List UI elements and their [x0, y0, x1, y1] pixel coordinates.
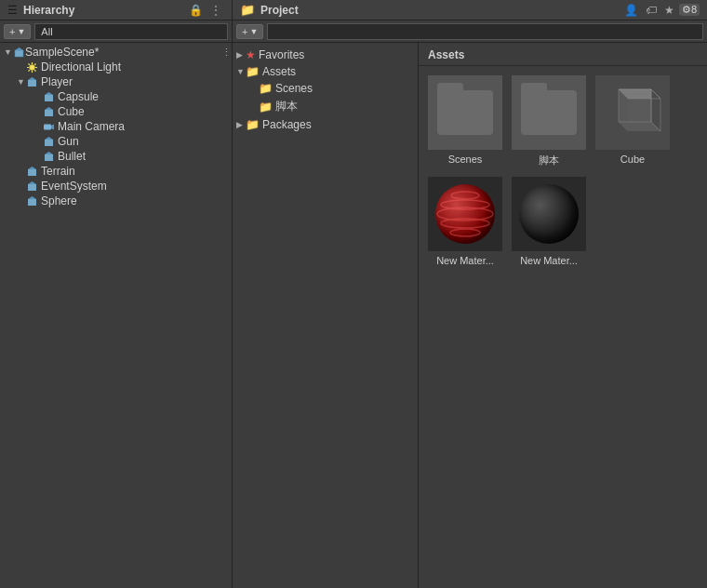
scene-expand-icon: ▼: [4, 47, 13, 57]
sphere-label: Sphere: [41, 194, 77, 207]
mat-red-label: New Mater...: [436, 255, 494, 266]
svg-point-3: [30, 64, 35, 70]
cube-icon: [43, 106, 55, 118]
svg-rect-18: [44, 124, 51, 129]
scene-menu[interactable]: ⋮: [221, 47, 232, 59]
project-content: ▶ ★ Favorites ▼ 📁 Assets 📁 Scenes: [233, 43, 707, 588]
svg-line-10: [34, 63, 35, 64]
assets-area: Assets Scenes 脚本: [419, 43, 707, 588]
directional-light-label: Directional Light: [41, 60, 121, 74]
tree-item-main-camera[interactable]: Main Camera: [0, 119, 232, 134]
svg-marker-15: [45, 92, 53, 95]
eventsystem-icon: [26, 180, 38, 193]
tree-scripts[interactable]: 📁 脚本: [233, 97, 418, 116]
asset-scripts[interactable]: 脚本: [512, 75, 586, 167]
project-tag-icon[interactable]: 🏷: [643, 3, 660, 18]
svg-rect-16: [45, 110, 53, 116]
svg-point-44: [451, 192, 479, 199]
mat-black-thumb: [512, 177, 586, 251]
svg-marker-17: [45, 107, 53, 110]
scripts-folder-shape: [521, 90, 577, 135]
eventsystem-label: EventSystem: [41, 180, 107, 193]
tree-item-bullet[interactable]: Bullet: [0, 149, 232, 164]
tree-item-directional-light[interactable]: Directional Light: [0, 60, 232, 74]
main-camera-label: Main Camera: [58, 120, 125, 133]
hierarchy-title: Hierarchy: [23, 4, 74, 17]
svg-marker-19: [51, 124, 54, 129]
gun-icon: [43, 136, 55, 148]
tree-item-player[interactable]: ▼ Player: [0, 74, 232, 89]
tree-item-cube[interactable]: Cube: [0, 104, 232, 119]
svg-line-11: [29, 70, 30, 71]
tree-item-capsule[interactable]: Capsule: [0, 89, 232, 104]
scenes-label: Scenes: [275, 82, 313, 95]
hierarchy-panel: ☰ Hierarchy 🔒 ⋮ + ▼ ▼: [0, 0, 233, 588]
scene-root[interactable]: ▼ SampleScene* ⋮: [0, 45, 232, 60]
capsule-icon: [43, 91, 55, 103]
tree-scenes[interactable]: 📁 Scenes: [233, 80, 418, 97]
svg-point-43: [450, 229, 480, 236]
favorites-label: Favorites: [259, 48, 304, 61]
sphere-icon: [26, 195, 38, 207]
scene-icon: [13, 47, 25, 59]
asset-cube[interactable]: Cube: [595, 75, 670, 167]
asset-scenes[interactable]: Scenes: [428, 75, 502, 167]
assets-grid: Scenes 脚本: [419, 66, 707, 275]
svg-marker-25: [28, 167, 36, 169]
cube-3d-svg: [600, 80, 665, 145]
hierarchy-add-button[interactable]: + ▼: [4, 24, 31, 39]
scenes-folder-icon: 📁: [259, 82, 273, 95]
hierarchy-lock-icon[interactable]: 🔒: [186, 3, 206, 18]
cube-label: Cube: [58, 105, 85, 118]
assets-folder-icon: 📁: [246, 65, 260, 78]
asset-mat-red[interactable]: New Mater...: [428, 177, 502, 266]
project-tree: ▶ ★ Favorites ▼ 📁 Assets 📁 Scenes: [233, 43, 419, 588]
tree-item-sphere[interactable]: Sphere: [0, 194, 232, 208]
cube-asset-label: Cube: [620, 154, 645, 165]
sphere-lines-svg: [435, 184, 495, 244]
scripts-thumb: [512, 75, 586, 150]
project-star-icon[interactable]: ★: [661, 3, 677, 18]
tree-item-gun[interactable]: Gun: [0, 134, 232, 149]
project-header: 📁 Project 👤 🏷 ★ ⚙8: [233, 0, 707, 20]
red-sphere-container: [435, 184, 495, 244]
mat-black-label: New Mater...: [520, 255, 578, 266]
project-add-button[interactable]: + ▼: [236, 24, 263, 39]
camera-icon: [43, 121, 55, 133]
svg-rect-28: [28, 199, 36, 206]
tree-item-terrain[interactable]: Terrain: [0, 164, 232, 179]
scripts-label: 脚本: [275, 99, 298, 114]
gun-label: Gun: [58, 135, 79, 148]
player-expand: ▼: [17, 77, 26, 87]
hierarchy-more-icon[interactable]: ⋮: [207, 3, 224, 18]
tree-packages[interactable]: ▶ 📁 Packages: [233, 116, 418, 133]
tree-item-eventsystem[interactable]: EventSystem: [0, 179, 232, 194]
packages-arrow: ▶: [236, 120, 246, 129]
mat-red-thumb: [428, 177, 502, 251]
hierarchy-header: ☰ Hierarchy 🔒 ⋮: [0, 0, 232, 20]
project-title: Project: [260, 4, 299, 17]
project-search-input[interactable]: [267, 23, 703, 40]
svg-rect-14: [45, 95, 53, 101]
svg-rect-24: [28, 169, 36, 176]
svg-point-39: [436, 185, 494, 243]
svg-rect-20: [45, 140, 53, 146]
tree-favorites[interactable]: ▶ ★ Favorites: [233, 47, 418, 63]
assets-label: Assets: [262, 65, 296, 78]
svg-marker-23: [45, 152, 53, 154]
tree-assets[interactable]: ▼ 📁 Assets: [233, 63, 418, 80]
hierarchy-search-input[interactable]: [34, 23, 228, 40]
project-toolbar: + ▼: [233, 20, 707, 43]
scene-name: SampleScene*: [25, 46, 99, 59]
svg-marker-1: [15, 47, 23, 50]
bullet-label: Bullet: [58, 150, 86, 163]
svg-line-8: [29, 63, 30, 64]
scenes-thumb: [428, 75, 502, 150]
asset-mat-black[interactable]: New Mater...: [512, 177, 586, 266]
project-profile-icon[interactable]: 👤: [621, 3, 641, 18]
fav-arrow: ▶: [236, 50, 246, 60]
cube-thumb: [595, 75, 670, 150]
svg-rect-12: [28, 80, 36, 87]
light-icon: [26, 61, 38, 74]
scenes-folder-shape: [437, 90, 493, 135]
